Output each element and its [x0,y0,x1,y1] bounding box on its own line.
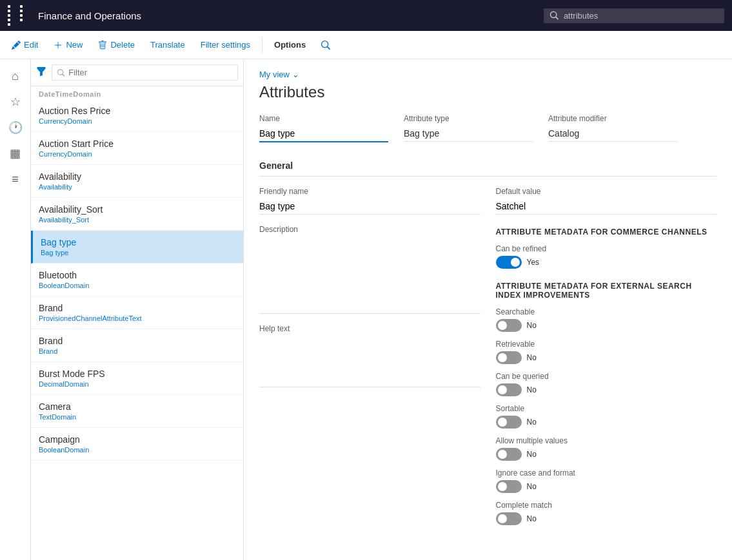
name-input[interactable] [259,126,388,142]
description-textarea[interactable] [259,237,480,314]
searchable-toggle[interactable] [496,319,522,332]
detail-panel: My view ⌄ Attributes Name Attribute type… [244,59,732,560]
metadata-commerce-title: ATTRIBUTE METADATA FOR COMMERCE CHANNELS [496,227,717,237]
default-value-label: Default value [496,187,717,196]
list-item-selected[interactable]: Bag type Bag type [31,231,243,264]
retrievable-label: Retrievable [496,340,717,349]
sortable-toggle-item: Sortable No [496,404,717,429]
default-value-input[interactable] [496,198,717,215]
top-form-row: Name Attribute type Bag type Attribute m… [259,114,717,142]
options-button[interactable]: Options [268,36,312,53]
delete-icon [98,41,107,50]
list-item[interactable]: Burst Mode FPS DecimalDomain [31,362,243,395]
retrievable-toggle[interactable] [496,351,522,364]
search-toolbar-button[interactable] [315,37,337,53]
friendly-name-label: Friendly name [259,187,480,196]
ignore-case-toggle[interactable] [496,480,522,493]
list-item[interactable]: Brand Brand [31,329,243,362]
list-item[interactable]: Auction Res Price CurrencyDomain [31,99,243,132]
nav-star-icon[interactable]: ☆ [4,90,27,113]
attribute-type-value: Bag type [404,126,533,142]
new-label: New [66,40,83,50]
general-form: Friendly name Description Help text Defa… [259,187,717,538]
default-value-field: Default value [496,187,717,215]
list-item[interactable]: Auction Start Price CurrencyDomain [31,132,243,165]
list-filter-icon[interactable] [36,66,46,79]
list-item[interactable]: Brand ProvisionedChannelAttributeText [31,296,243,329]
friendly-name-input[interactable] [259,198,480,215]
list-items: DateTimeDomain Auction Res Price Currenc… [31,86,243,560]
general-left-col: Friendly name Description Help text [259,187,480,538]
can-be-refined-toggle[interactable] [496,256,522,269]
chevron-down-icon: ⌄ [292,70,299,79]
translate-button[interactable]: Translate [144,36,192,53]
new-icon [54,41,63,50]
list-item[interactable]: Availability Availability [31,165,243,198]
search-toolbar-icon [321,41,330,50]
global-search-input[interactable] [564,11,718,21]
can-be-queried-toggle[interactable] [496,383,522,396]
attribute-type-field: Attribute type Bag type [404,114,533,142]
list-item[interactable]: Availability_Sort Availability_Sort [31,198,243,231]
delete-label: Delete [110,40,135,50]
edit-label: Edit [24,40,38,50]
complete-match-label: Complete match [496,501,717,510]
list-item[interactable]: Bluetooth BooleanDomain [31,264,243,296]
nav-modules-icon[interactable]: ▦ [4,142,27,165]
view-selector[interactable]: My view ⌄ [259,70,717,79]
allow-multiple-label: Allow multiple values [496,436,717,445]
list-item[interactable]: Camera TextDomain [31,395,243,428]
main-layout: ⌂ ☆ 🕐 ▦ ≡ DateTimeDomain Auction Res Pri… [0,59,732,560]
filter-settings-button[interactable]: Filter settings [194,36,257,53]
searchable-label: Searchable [496,307,717,316]
allow-multiple-value: No [527,450,537,459]
delete-button[interactable]: Delete [92,36,141,53]
general-section-header: General [259,153,717,177]
ignore-case-label: Ignore case and format [496,468,717,478]
can-be-queried-value: No [527,385,537,394]
list-toolbar [31,59,243,86]
name-field: Name [259,114,388,142]
translate-label: Translate [150,40,185,50]
sortable-toggle[interactable] [496,416,522,429]
attribute-modifier-label: Attribute modifier [548,114,677,123]
list-filter-input[interactable] [68,68,232,77]
list-item[interactable]: Campaign BooleanDomain [31,428,243,461]
toggle-row: Searchable No Retrievable No [496,307,717,525]
list-search-box[interactable] [52,64,238,81]
attribute-modifier-value: Catalog [548,126,677,142]
attribute-modifier-field: Attribute modifier Catalog [548,114,677,142]
description-field: Description [259,225,480,314]
name-label: Name [259,114,388,123]
new-button[interactable]: New [47,36,89,53]
attribute-type-label: Attribute type [404,114,533,123]
retrievable-toggle-item: Retrievable No [496,340,717,364]
complete-match-toggle[interactable] [496,512,522,525]
complete-match-value: No [527,514,537,523]
help-text-textarea[interactable] [259,336,480,387]
nav-recent-icon[interactable]: 🕐 [4,116,27,139]
left-nav: ⌂ ☆ 🕐 ▦ ≡ [0,59,31,560]
nav-list-icon[interactable]: ≡ [4,168,27,191]
allow-multiple-toggle[interactable] [496,448,522,461]
ignore-case-value: No [527,482,537,491]
nav-home-icon[interactable]: ⌂ [4,64,27,88]
can-be-refined-label: Can be refined [496,244,717,253]
edit-icon [12,41,21,50]
metadata-commerce-section: ATTRIBUTE METADATA FOR COMMERCE CHANNELS… [496,227,717,269]
sortable-label: Sortable [496,404,717,413]
list-section-header: DateTimeDomain [31,86,243,99]
help-text-label: Help text [259,324,480,333]
searchable-value: No [527,321,537,330]
action-toolbar: Edit New Delete Translate Filter setting… [0,31,732,59]
list-panel: DateTimeDomain Auction Res Price Currenc… [31,59,244,560]
page-title: Attributes [259,83,717,101]
global-search[interactable] [544,8,724,23]
can-be-refined-toggle-item: Can be refined Yes [496,244,717,269]
app-grid-icon[interactable] [8,5,30,26]
app-title: Finance and Operations [38,10,536,21]
edit-button[interactable]: Edit [5,36,45,53]
general-right-col: Default value ATTRIBUTE METADATA FOR COM… [496,187,717,538]
can-be-refined-value: Yes [527,258,540,267]
can-be-queried-toggle-item: Can be queried No [496,372,717,396]
